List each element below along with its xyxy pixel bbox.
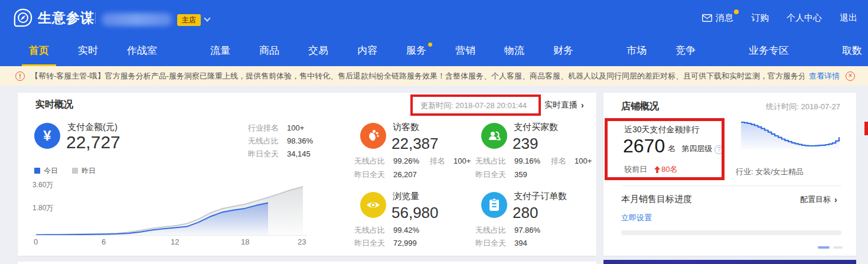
yesterday-total-value: 72,999 [393,237,417,250]
nav-item-data-fetch[interactable]: 取数 [840,35,864,66]
pay-amount-value: 22,727 [66,132,120,152]
subscribe-label: 订购 [751,12,769,24]
sycm-logo-icon [13,8,33,28]
messages-label: 消息 [716,12,733,24]
wireless-share-value: 99.42% [393,224,419,237]
pay-buyers-name: 支付买家数 [514,122,558,133]
chevron-right-icon: › [834,195,837,204]
notice-close-icon[interactable]: × [846,71,855,81]
envelope-icon [702,14,712,22]
x-axis-line [32,235,307,236]
x-tick-12: 12 [171,237,179,246]
nav-item-realtime[interactable]: 实时 [76,35,100,66]
pay-buyers-value: 239 [513,135,538,153]
nav-item-marketing[interactable]: 营销 [453,35,478,66]
main-nav: 首页 实时 作战室 流量 商品 交易 内容 服务 营销 物流 财务 市场 竞争 … [0,35,868,66]
rank-label: 排名 [430,155,445,168]
rank-label: 排名 [551,155,566,168]
header-divider [95,12,96,24]
sub-orders-value: 280 [513,204,538,222]
carousel-dot-active[interactable] [818,246,830,249]
logout-menu-item[interactable]: 退出 [840,12,857,24]
update-time: 更新时间: 2018-07-28 20:01:44 [420,100,527,111]
pay-amount-stats: 行业排名100+ 无线占比98.36% 昨日全天34,145 [248,122,316,161]
sub-orders-name: 支付子订单数 [514,191,567,202]
vs-prev-row: 较前日 80名 [624,164,677,175]
nav-item-market[interactable]: 市场 [624,35,649,66]
live-broadcast-link[interactable]: 实时直播 › [544,100,584,110]
notice-text: 【帮转-客服主管-哦】官方服务分析产品-服务洞察已隆重上线，提供售前体验，售中转… [31,71,804,82]
legend-today: 今日 [34,166,58,176]
service-new-dot [428,43,432,47]
pageviews-yesterday-row: 昨日全天 72,999 [354,237,417,250]
shop-panel-title: 店铺概况 [621,100,659,113]
rank-row: 2670 名 第四层级 ? [623,135,723,157]
rank-30d-title: 近30天支付金额排行 [624,125,700,135]
nav-item-content[interactable]: 内容 [355,35,380,66]
pay-buyers-icon [481,123,507,149]
visitors-name: 访客数 [393,122,419,133]
nav-item-service[interactable]: 服务 [404,35,429,66]
pageviews-value: 56,980 [391,204,439,222]
panel-divider [621,185,841,186]
notice-detail-link[interactable]: 查看详情 [809,71,840,82]
yesterday-total-label: 昨日全天 [354,168,385,181]
realtime-panel-title: 实时概况 [35,99,73,111]
sub-orders-icon [481,192,507,218]
carousel-dots [818,246,843,249]
wireless-share-value: 98.36% [287,135,313,148]
sub-orders-yesterday-row: 昨日全天 394 [475,237,527,250]
nav-item-trade[interactable]: 交易 [306,35,331,66]
pageviews-name: 浏览量 [393,191,419,202]
nav-service-label: 服务 [406,45,426,56]
yesterday-total-label: 昨日全天 [475,237,506,250]
arrow-up-icon [654,166,660,173]
pay-amount-name: 支付金额(元) [67,122,118,133]
live-broadcast-label: 实时直播 [544,100,577,110]
wireless-share-value: 99.26% [393,155,419,168]
nav-item-traffic[interactable]: 流量 [208,35,233,66]
nav-item-logistics[interactable]: 物流 [502,35,527,66]
yesterday-total-value: 394 [514,237,527,250]
nav-item-product[interactable]: 商品 [257,35,282,66]
visitors-wireless-row: 无线占比 99.26% 排名 100+ [354,155,471,168]
top-header: 生意参谋 主店 消息 订购 个人中心 退出 [0,0,868,35]
x-tick-23: 23 [298,237,306,246]
chevron-right-icon: › [581,100,584,110]
goal-config-label: 配置目标 [800,194,831,205]
rank-unit: 名 [668,144,676,154]
set-now-link[interactable]: 立即设置 [621,213,652,223]
footprint-glyph [366,129,380,143]
yesterday-total-label: 昨日全天 [248,148,279,161]
nav-item-home[interactable]: 首页 [27,35,51,66]
subscribe-menu-item[interactable]: 订购 [751,12,769,24]
chevron-down-icon[interactable] [204,15,210,21]
rank-value: 100+ [575,155,592,168]
nav-item-competition[interactable]: 竞争 [673,35,698,66]
industry-rank-label: 行业排名 [248,122,279,135]
nav-item-business-zone[interactable]: 业务专区 [746,35,791,66]
stat-time: 统计时间: 2018-07-27 [749,102,840,112]
industry-rank-value: 100+ [287,122,304,135]
rank-change: 80名 [654,164,677,175]
carousel-dot[interactable] [833,246,843,249]
help-icon[interactable]: ? [714,145,723,154]
x-tick-0: 0 [34,237,38,246]
header-menu: 消息 订购 个人中心 退出 [702,0,857,35]
main-shop-badge: 主店 [177,14,201,26]
nav-item-finance[interactable]: 财务 [551,35,576,66]
banner-sliver [603,260,856,264]
annotation-red-sliver [864,122,868,135]
personal-center-menu-item[interactable]: 个人中心 [787,12,822,24]
legend-yesterday: 昨日 [72,166,96,176]
goal-title: 本月销售目标进度 [621,194,692,205]
yesterday-total-label: 昨日全天 [475,168,506,181]
warning-icon: ! [15,71,25,81]
goal-config-link[interactable]: 配置目标 › [800,194,837,205]
wireless-share-label: 无线占比 [475,155,506,168]
yesterday-total-value: 359 [514,168,527,181]
nav-item-war-room[interactable]: 作战室 [125,35,159,66]
messages-menu-item[interactable]: 消息 [702,12,733,24]
rank-sparkline-chart [740,119,840,150]
shop-name-blurred [102,13,172,26]
